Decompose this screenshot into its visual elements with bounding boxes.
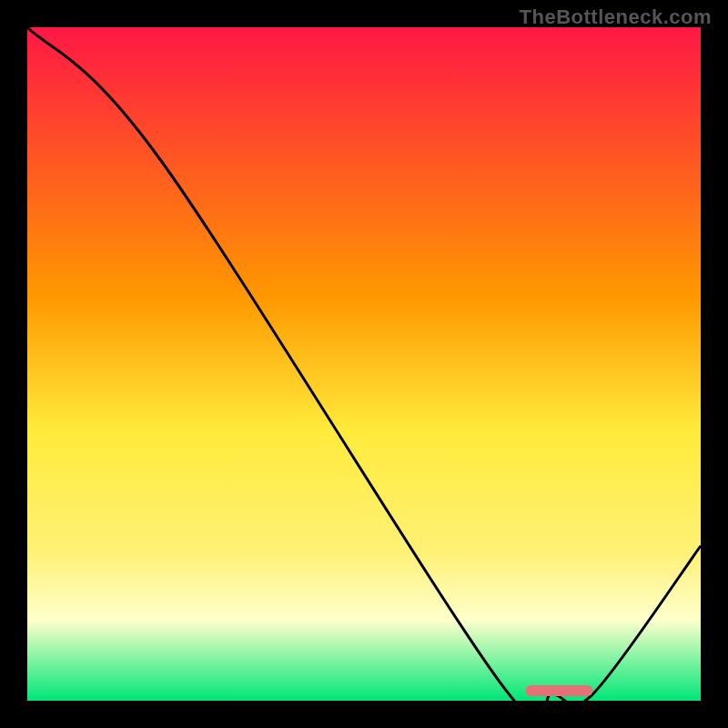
gradient-rect (27, 27, 701, 701)
chart-svg (27, 27, 701, 701)
chart-frame: TheBottleneck.com (0, 0, 728, 728)
plot-area (27, 27, 701, 701)
optimal-range-marker (526, 685, 593, 696)
watermark-text: TheBottleneck.com (520, 5, 712, 29)
